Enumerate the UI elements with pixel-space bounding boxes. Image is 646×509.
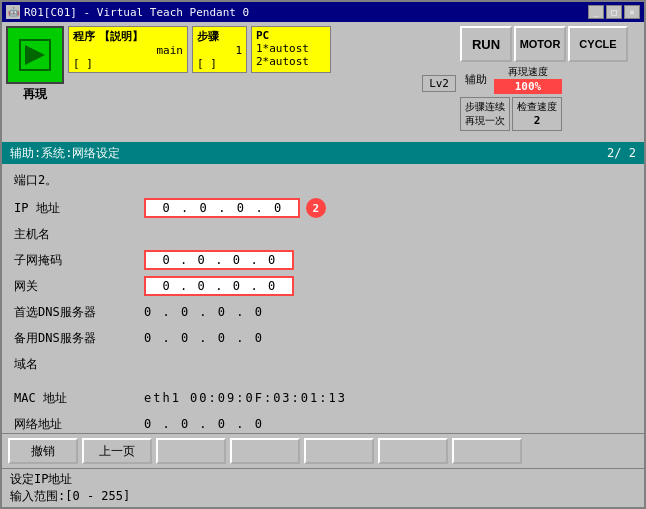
- gateway-seg1[interactable]: [152, 279, 180, 293]
- ip-seg3[interactable]: [226, 201, 254, 215]
- steps-once-label: 再現一次: [465, 114, 505, 128]
- pc-box: PC 1*autost 2*autost: [251, 26, 331, 73]
- aux-label: 辅助: [460, 72, 492, 87]
- maximize-button[interactable]: □: [606, 5, 622, 19]
- gateway-seg3[interactable]: [222, 279, 250, 293]
- ip-seg1[interactable]: [152, 201, 180, 215]
- subnet-label: 子网掩码: [14, 252, 144, 269]
- steps-speed-row: 步骤连续 再現一次 检查速度 2: [460, 97, 640, 131]
- aux-speed-row: 辅助 再現速度 100%: [460, 65, 640, 94]
- gateway-row: 网关 . . .: [14, 275, 632, 297]
- content-area: 端口2。 IP 地址 . . . 2: [2, 164, 644, 433]
- minimize-button[interactable]: _: [588, 5, 604, 19]
- network-row: 网络地址 0 . 0 . 0 . 0: [14, 413, 632, 433]
- mac-row: MAC 地址 eth1 00:09:0F:03:01:13: [14, 387, 632, 409]
- ip-row: IP 地址 . . . 2: [14, 197, 632, 219]
- empty-btn-5: [304, 438, 374, 464]
- svg-marker-1: [25, 45, 45, 65]
- close-button[interactable]: ✕: [624, 5, 640, 19]
- window-title: R01[C01] - Virtual Teach Pendant 0: [24, 6, 584, 19]
- cycle-button[interactable]: CYCLE: [568, 26, 628, 62]
- domain-row: 域名: [14, 353, 632, 375]
- program-bracket: [ ]: [73, 57, 183, 70]
- subnet-dot2: .: [215, 253, 222, 267]
- subnet-dot3: .: [250, 253, 257, 267]
- network-value: 0 . 0 . 0 . 0: [144, 417, 264, 431]
- prev-page-button[interactable]: 上一页: [82, 438, 152, 464]
- desc-label: 【説明】: [99, 29, 143, 44]
- empty-btn-7: [452, 438, 522, 464]
- replay-label: 再現: [6, 86, 64, 103]
- empty-btn-3: [156, 438, 226, 464]
- pc-line2: 2*autost: [256, 55, 326, 68]
- toolbar: 再現 程序 【説明】 main [ ] 步骤 1 [: [2, 22, 644, 142]
- mac-value: eth1 00:09:0F:03:01:13: [144, 391, 347, 405]
- run-button[interactable]: RUN: [460, 26, 512, 62]
- toolbar-right: RUN MOTOR CYCLE 辅助 再現速度 100% 步骤连续 再現一次 检…: [460, 26, 640, 138]
- subnet-seg3[interactable]: [222, 253, 250, 267]
- dns2-value: 0 . 0 . 0 . 0: [144, 331, 264, 345]
- gateway-seg4[interactable]: [258, 279, 286, 293]
- run-motor-row: RUN MOTOR CYCLE: [460, 26, 640, 62]
- toolbar-row1: 程序 【説明】 main [ ] 步骤 1 [ ] PC 1*autost: [68, 26, 456, 73]
- content-header: 端口2。: [14, 172, 632, 189]
- cancel-button[interactable]: 撤销: [8, 438, 78, 464]
- check-speed-label: 检查速度: [517, 100, 557, 114]
- subnet-seg4[interactable]: [258, 253, 286, 267]
- bottom-info: 设定IP地址 输入范围:[0 - 255]: [2, 468, 644, 507]
- dns1-value: 0 . 0 . 0 . 0: [144, 305, 264, 319]
- toolbar-center: 程序 【説明】 main [ ] 步骤 1 [ ] PC 1*autost: [68, 26, 456, 138]
- ip-dot1: .: [180, 201, 189, 215]
- check-speed-value: 2: [517, 114, 557, 127]
- gateway-seg2[interactable]: [187, 279, 215, 293]
- program-label: 程序: [73, 29, 95, 44]
- main-window: 🤖 R01[C01] - Virtual Teach Pendant 0 _ □…: [0, 0, 646, 509]
- steps-box: 步骤 1 [ ]: [192, 26, 247, 73]
- lv-value: Lv2: [429, 77, 449, 90]
- gateway-dot2: .: [215, 279, 222, 293]
- network-label: 网络地址: [14, 416, 144, 433]
- hostname-row: 主机名: [14, 223, 632, 245]
- lv-box: Lv2: [422, 75, 456, 92]
- replay-icon: [15, 35, 55, 75]
- subnet-seg2[interactable]: [187, 253, 215, 267]
- steps-value: 1: [197, 44, 242, 57]
- ip-input-group[interactable]: . . .: [144, 198, 300, 218]
- steps-label: 步骤: [197, 29, 242, 44]
- ip-dot3: .: [254, 201, 263, 215]
- badge-2: 2: [306, 198, 326, 218]
- ip-seg2[interactable]: [189, 201, 217, 215]
- subnet-input-group[interactable]: . . .: [144, 250, 294, 270]
- bottom-info-line2: 输入范围:[0 - 255]: [10, 488, 636, 505]
- toolbar-left: 再現: [6, 26, 64, 138]
- bottom-bar: 撤销 上一页: [2, 433, 644, 468]
- steps-bracket: [ ]: [197, 57, 242, 70]
- motor-button[interactable]: MOTOR: [514, 26, 566, 62]
- replay-speed-value: 100%: [494, 79, 562, 94]
- check-speed-box: 检查速度 2: [512, 97, 562, 131]
- dns1-row: 首选DNS服务器 0 . 0 . 0 . 0: [14, 301, 632, 323]
- bottom-info-line1: 设定IP地址: [10, 471, 636, 488]
- domain-label: 域名: [14, 356, 144, 373]
- status-right: 2/ 2: [607, 146, 636, 160]
- ip-dot2: .: [217, 201, 226, 215]
- title-bar: 🤖 R01[C01] - Virtual Teach Pendant 0 _ □…: [2, 2, 644, 22]
- title-buttons: _ □ ✕: [588, 5, 640, 19]
- gateway-dot1: .: [180, 279, 187, 293]
- empty-btn-4: [230, 438, 300, 464]
- status-left: 辅助:系统:网络设定: [10, 145, 120, 162]
- dns2-label: 备用DNS服务器: [14, 330, 144, 347]
- window-icon: 🤖: [6, 5, 20, 19]
- program-box: 程序 【説明】 main [ ]: [68, 26, 188, 73]
- pc-line1: 1*autost: [256, 42, 326, 55]
- hostname-label: 主机名: [14, 226, 144, 243]
- gateway-input-group[interactable]: . . .: [144, 276, 294, 296]
- dns1-label: 首选DNS服务器: [14, 304, 144, 321]
- ip-label: IP 地址: [14, 200, 144, 217]
- ip-seg4[interactable]: [264, 201, 292, 215]
- form-table: IP 地址 . . . 2 主机名: [14, 197, 632, 433]
- program-value: main: [73, 44, 183, 57]
- gateway-dot3: .: [250, 279, 257, 293]
- replay-button[interactable]: [6, 26, 64, 84]
- subnet-seg1[interactable]: [152, 253, 180, 267]
